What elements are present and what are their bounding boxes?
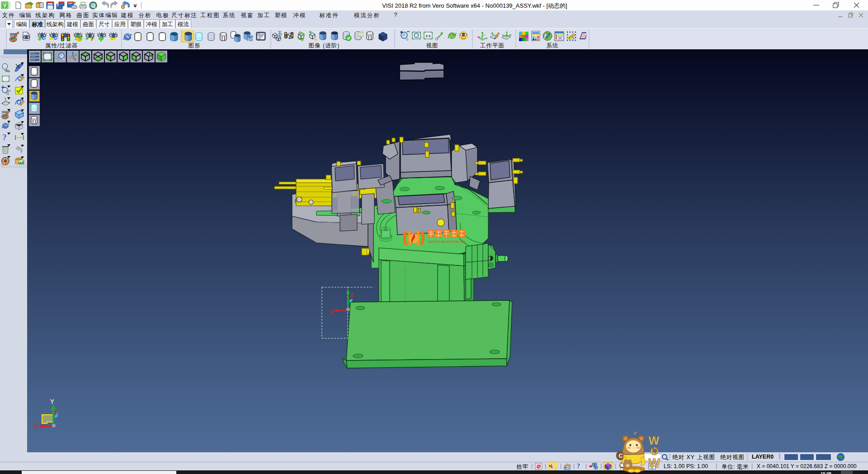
- svg-text:WWW.CSNT MANUFACTURING DATA: WWW.CSNT MANUFACTURING DATA: [428, 240, 465, 243]
- svg-text:Z: Z: [54, 409, 57, 415]
- svg-text:W: W: [649, 434, 660, 447]
- svg-text:Z: Z: [350, 292, 353, 299]
- svg-text:X: X: [330, 308, 334, 315]
- svg-text:?: ?: [2, 133, 7, 142]
- svg-text:1:1: 1:1: [425, 34, 431, 38]
- svg-text:V: V: [3, 2, 6, 9]
- svg-text:W: W: [649, 456, 660, 470]
- svg-text:C: C: [619, 453, 623, 459]
